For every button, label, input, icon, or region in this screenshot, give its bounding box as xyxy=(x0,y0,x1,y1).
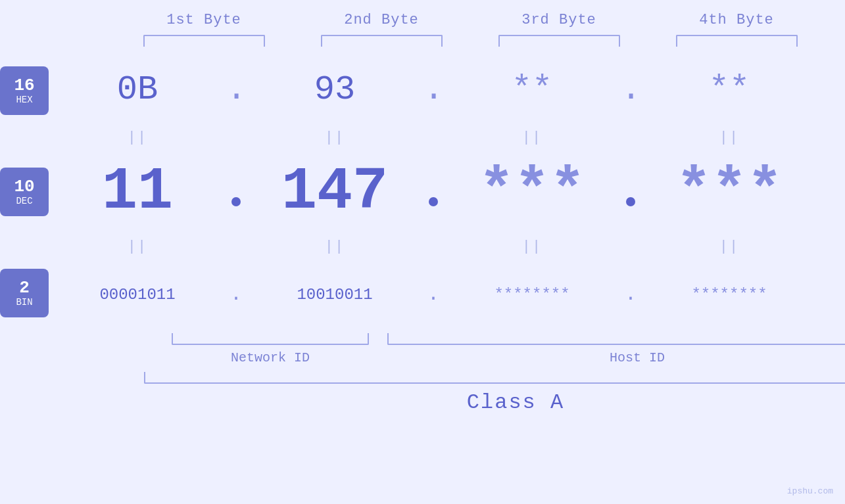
bracket-top-2 xyxy=(321,35,443,47)
brackets-row xyxy=(144,333,845,345)
dec-row: 11 147 *** *** xyxy=(49,149,845,235)
equals-row-1: || || || || xyxy=(49,126,845,149)
dec-value-1: 11 xyxy=(102,158,173,225)
bracket-top-4 xyxy=(676,35,798,47)
dec-dot-2 xyxy=(429,197,438,206)
bin-cell-2: 10010011 xyxy=(246,286,423,304)
byte-col-2: 2nd Byte xyxy=(293,12,470,47)
eq-sign-7: || xyxy=(522,239,542,255)
bin-cell-1: 00001011 xyxy=(49,286,226,304)
byte-headers: 1st Byte 2nd Byte 3rd Byte 4th Byte xyxy=(0,0,845,47)
bracket-top-3 xyxy=(498,35,620,47)
bin-value-1: 00001011 xyxy=(99,286,175,304)
hex-badge: 16 HEX xyxy=(0,66,49,115)
class-bracket xyxy=(144,372,845,384)
bin-badge: 2 BIN xyxy=(0,269,49,317)
equals-row-2: || || || || xyxy=(49,235,845,258)
hex-cell-2: 93 xyxy=(246,70,423,109)
hex-cell-3: ** xyxy=(443,70,621,109)
eq-sign-6: || xyxy=(325,239,345,255)
host-bracket xyxy=(387,333,845,345)
eq-cell-3: || xyxy=(443,129,621,146)
bin-cell-3: ******** xyxy=(443,286,621,304)
bin-dot-2: . xyxy=(423,283,443,306)
hex-cell-4: ** xyxy=(640,70,818,109)
class-label-row: Class A xyxy=(144,390,845,415)
eq-cell-1: || xyxy=(49,129,226,146)
eq-cell-4: || xyxy=(640,129,818,146)
bin-value-2: 10010011 xyxy=(297,286,372,304)
hex-value-3: ** xyxy=(512,70,552,109)
eq-sign-1: || xyxy=(128,129,147,146)
byte-label-2: 2nd Byte xyxy=(344,12,419,28)
hex-value-4: ** xyxy=(709,70,750,109)
bin-badge-num: 2 xyxy=(19,279,30,298)
bottom-section: Network ID Host ID xyxy=(49,333,845,365)
data-columns: 0B . 93 . ** . ** || xyxy=(49,53,845,415)
hex-row: 0B . 93 . ** . ** xyxy=(49,53,845,126)
byte-label-4: 4th Byte xyxy=(699,12,774,28)
main-container: 1st Byte 2nd Byte 3rd Byte 4th Byte 16 H… xyxy=(0,0,845,504)
dec-badge-label: DEC xyxy=(16,196,32,206)
bin-value-3: ******** xyxy=(494,286,569,304)
hex-badge-num: 16 xyxy=(14,76,34,95)
host-id-label: Host ID xyxy=(387,350,845,365)
dec-badge-num: 10 xyxy=(14,177,34,196)
bin-badge-label: BIN xyxy=(16,297,32,308)
eq-cell-2: || xyxy=(246,129,423,146)
network-bracket xyxy=(172,333,369,345)
main-content: 16 HEX 10 DEC 2 BIN 0B . 93 xyxy=(0,47,845,504)
eq-sign-3: || xyxy=(522,129,542,146)
byte-col-3: 3rd Byte xyxy=(470,12,648,47)
dec-badge: 10 DEC xyxy=(0,168,49,216)
bracket-top-1 xyxy=(143,35,265,47)
bin-cell-4: ******** xyxy=(640,286,818,304)
hex-value-2: 93 xyxy=(314,70,355,109)
dec-cell-3: *** xyxy=(443,158,621,225)
dec-dot-3 xyxy=(626,197,635,206)
dec-value-4: *** xyxy=(676,158,783,225)
hex-badge-label: HEX xyxy=(16,95,32,105)
hex-cell-1: 0B xyxy=(49,70,226,109)
eq-cell-6: || xyxy=(246,239,423,255)
dec-value-2: 147 xyxy=(281,158,388,225)
class-section: Class A xyxy=(49,372,845,415)
hex-dot-3: . xyxy=(621,70,640,109)
labels-row: Network ID Host ID xyxy=(144,350,845,365)
network-id-label: Network ID xyxy=(172,350,369,365)
eq-cell-7: || xyxy=(443,239,621,255)
hex-dot-2: . xyxy=(423,70,443,109)
eq-cell-8: || xyxy=(640,239,818,255)
bin-dot-3: . xyxy=(621,283,640,306)
dec-cell-2: 147 xyxy=(246,158,423,225)
badges-column: 16 HEX 10 DEC 2 BIN xyxy=(0,53,49,317)
hex-value-1: 0B xyxy=(117,70,158,109)
bin-dot-1: . xyxy=(226,283,246,306)
dec-cell-1: 11 xyxy=(49,158,226,225)
eq-sign-5: || xyxy=(128,239,147,255)
bin-row: 00001011 . 10010011 . ******** . *******… xyxy=(49,258,845,331)
class-label: Class A xyxy=(467,390,564,415)
eq-sign-4: || xyxy=(719,129,739,146)
byte-label-3: 3rd Byte xyxy=(521,12,596,28)
dec-value-3: *** xyxy=(479,158,585,225)
watermark: ipshu.com xyxy=(787,486,833,496)
hex-dot-1: . xyxy=(226,70,246,109)
dec-dot-1 xyxy=(231,197,241,206)
eq-cell-5: || xyxy=(49,239,226,255)
byte-col-4: 4th Byte xyxy=(648,12,825,47)
byte-col-1: 1st Byte xyxy=(115,12,293,47)
eq-sign-2: || xyxy=(325,129,345,146)
dec-cell-4: *** xyxy=(640,158,818,225)
bin-value-4: ******** xyxy=(691,286,767,304)
byte-label-1: 1st Byte xyxy=(166,12,241,28)
eq-sign-8: || xyxy=(719,239,739,255)
